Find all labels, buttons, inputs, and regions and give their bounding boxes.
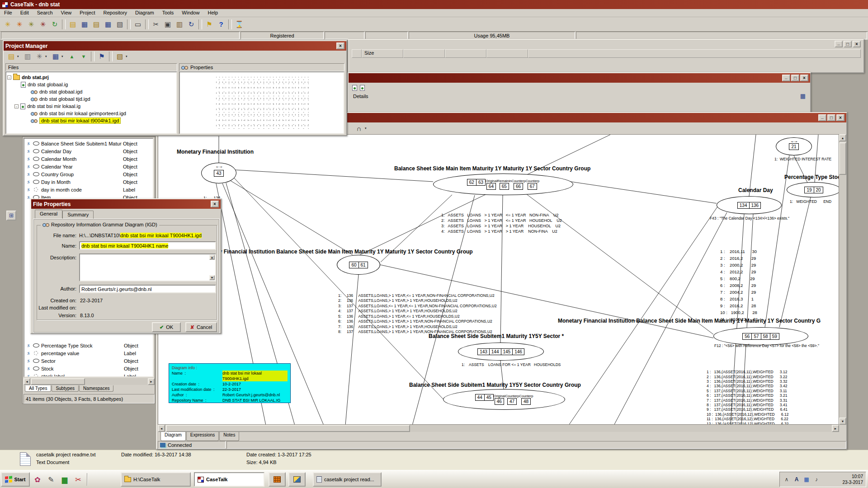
open-grammar-icon[interactable]: ▤ <box>5 51 17 62</box>
role-cell[interactable]: 45 <box>484 394 494 401</box>
type-row[interactable]: Calendar Day Object <box>25 147 152 155</box>
generate-icon[interactable]: ✳ <box>33 51 45 62</box>
dialog-titlebar[interactable]: File Properties <box>31 199 221 209</box>
role-cell[interactable]: 146 <box>512 348 524 355</box>
menu-item[interactable]: Window <box>178 9 203 17</box>
fact-type-ellipse[interactable]: 6061 <box>337 255 380 275</box>
role-cell[interactable]: 19 <box>804 187 814 193</box>
role-cell[interactable]: 43 <box>214 170 223 177</box>
open-grammar-dropdown[interactable]: ▾ <box>17 55 22 58</box>
scissors-icon[interactable]: ✂ <box>72 474 84 485</box>
scroll-up-button[interactable] <box>209 255 215 260</box>
close-button[interactable] <box>836 114 844 121</box>
ok-button[interactable]: OK <box>152 322 181 332</box>
type-row[interactable]: Balance Sheet Side Subitem1 Maturity 1Y.… <box>25 140 152 147</box>
flag-icon[interactable]: ⚑ <box>96 51 108 62</box>
refresh-icon[interactable]: ↻ <box>185 19 197 30</box>
type-panel-tab[interactable]: Namespaces <box>79 385 113 392</box>
start-button[interactable]: Start <box>1 472 30 487</box>
tree-item-project[interactable]: dnb stat.prj <box>22 75 49 80</box>
fact-type-ellipse[interactable]: 143144145146 <box>458 343 544 361</box>
maximize-button[interactable] <box>791 75 799 81</box>
maximize-button[interactable] <box>827 114 835 121</box>
role-cell[interactable]: 46 <box>495 398 504 405</box>
project-manager-titlebar[interactable]: Project Manager <box>4 41 346 51</box>
tab-general[interactable]: General <box>35 210 62 218</box>
diagram-tab[interactable]: Expressions <box>186 432 219 441</box>
role-cell[interactable]: 134 <box>737 202 750 209</box>
scroll-up-button[interactable] <box>839 134 846 141</box>
clock-date[interactable]: 23-3-2017 <box>842 479 863 485</box>
window-titlebar[interactable] <box>349 73 810 83</box>
open-project-icon[interactable]: ▤ <box>90 19 102 30</box>
name-field[interactable]: dnb stat bsi mir lokaal T9004HK1 name <box>79 241 216 250</box>
tree-item-file[interactable]: dnb stat globaal.igd <box>39 89 82 94</box>
filter-icon[interactable]: ⌛ <box>233 19 245 30</box>
fact-type-ellipse[interactable]: 4445Original46Counterp47Counterp48 <box>443 389 565 410</box>
taskbar-button-casetalk[interactable]: CaseTalk <box>194 472 264 487</box>
project-files-tree[interactable]: dnb stat.prj dnb stat globaal.ig dnb sta… <box>5 71 177 134</box>
print-icon[interactable]: ▭ <box>132 19 144 30</box>
generate-dropdown[interactable]: ▾ <box>45 55 50 58</box>
fact-type-ellipse[interactable]: 6263Original64Remainin65Counterp66Counte… <box>433 174 573 195</box>
type-row[interactable]: Stock Object <box>25 365 153 372</box>
size-column-header[interactable]: Size <box>362 49 403 58</box>
menu-item[interactable]: Edit <box>16 9 33 17</box>
connector-tool-dropdown[interactable]: ▾ <box>365 127 369 130</box>
help-icon[interactable]: ? <box>215 19 227 30</box>
close-button[interactable] <box>800 75 808 81</box>
grid-view-icon[interactable]: ▦ <box>800 93 806 99</box>
minimize-button[interactable] <box>782 75 790 81</box>
role-cell[interactable]: 47 <box>507 398 517 405</box>
scrollbar-thumb[interactable] <box>31 378 85 385</box>
new-model-icon[interactable]: ✳ <box>2 19 14 30</box>
menu-item[interactable]: Tools <box>158 9 178 17</box>
type-row[interactable]: Calendar Year Object <box>25 163 152 170</box>
view-mode-dropdown[interactable]: ▾ <box>61 55 66 58</box>
menu-item[interactable]: Search <box>33 9 57 17</box>
type-panel-tab[interactable]: All Types <box>25 385 51 392</box>
scroll-down-button[interactable] <box>839 418 846 425</box>
hidden-icons-chevron-icon[interactable]: ∧ <box>783 475 791 483</box>
archive-dropdown[interactable]: ▾ <box>126 55 130 58</box>
role-cell[interactable]: 21 <box>789 143 798 150</box>
tree-expander[interactable] <box>7 75 11 80</box>
cut-icon[interactable]: ✂ <box>150 19 162 30</box>
author-field[interactable]: Robert Geurts/r.j.geurts@dnb.nl <box>79 285 216 293</box>
tab-summary[interactable]: Summary <box>62 211 94 219</box>
type-row[interactable]: percentage value Label <box>25 349 153 357</box>
language-indicator-icon[interactable]: A <box>793 475 801 483</box>
description-field[interactable] <box>79 253 216 282</box>
menu-item[interactable]: View <box>57 9 76 17</box>
chart-icon[interactable]: ▆ <box>59 474 71 485</box>
type-row[interactable]: Calendar Month Object <box>25 155 152 163</box>
scroll-right-button[interactable] <box>148 378 155 385</box>
object-type-ellipse[interactable]: 21 <box>776 137 812 155</box>
object-type-ellipse[interactable]: 134136 <box>717 196 782 214</box>
role-cell[interactable]: 56 <box>742 333 752 340</box>
role-cell[interactable]: 145 <box>501 348 513 355</box>
type-panel-hscrollbar[interactable] <box>24 378 155 385</box>
role-cell[interactable]: 60 <box>349 262 359 268</box>
menu-item[interactable]: Project <box>75 9 99 17</box>
license-key-icon[interactable]: ⚑ <box>203 19 215 30</box>
view-mode-icon[interactable]: ▦ <box>50 51 61 62</box>
role-cell[interactable]: 65 <box>500 183 509 190</box>
menu-item[interactable]: Diagram <box>131 9 158 17</box>
close-file-icon[interactable]: ▥ <box>22 51 33 62</box>
diagram-canvas[interactable]: Monetary Financial Institution 43 1: 136… <box>158 134 839 425</box>
type-row[interactable]: Sector Object <box>25 357 153 365</box>
tree-item-file[interactable]: dnb stat bsi mir lokaal geimporteerd.igd <box>39 111 126 116</box>
role-cell[interactable]: 44 <box>475 394 485 401</box>
taskbar-button-readme[interactable]: casetalk project read... <box>313 472 382 487</box>
type-row[interactable]: Country Group Object <box>25 170 152 178</box>
pencil-icon[interactable]: ✎ <box>45 474 57 485</box>
display-settings-icon[interactable]: ▦ <box>802 475 811 483</box>
type-row[interactable]: Percentage Type Stock Object <box>25 342 153 349</box>
minimize-button[interactable] <box>835 41 843 47</box>
role-cell[interactable]: 59 <box>770 333 779 340</box>
role-cell[interactable]: 64 <box>486 183 496 190</box>
role-cell[interactable]: 144 <box>489 348 501 355</box>
horizontal-scrollbar[interactable] <box>158 425 839 432</box>
vertical-scrollbar-thumb[interactable] <box>839 142 846 175</box>
